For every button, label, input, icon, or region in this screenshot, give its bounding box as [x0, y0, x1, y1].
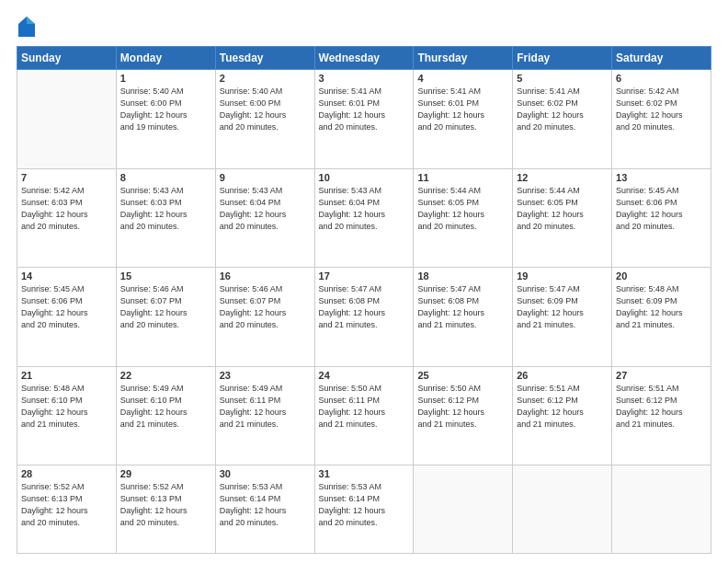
day-number: 27	[616, 370, 707, 381]
weekday-wednesday: Wednesday	[314, 47, 414, 70]
day-number: 20	[616, 270, 707, 282]
calendar-table: SundayMondayTuesdayWednesdayThursdayFrid…	[17, 46, 711, 554]
day-info: Sunrise: 5:52 AMSunset: 6:13 PMDaylight:…	[21, 481, 112, 529]
day-info: Sunrise: 5:43 AMSunset: 6:03 PMDaylight:…	[120, 185, 211, 233]
svg-marker-1	[27, 17, 35, 24]
day-number: 18	[417, 270, 508, 282]
calendar-cell: 11Sunrise: 5:44 AMSunset: 6:05 PMDayligh…	[414, 168, 513, 268]
day-info: Sunrise: 5:47 AMSunset: 6:09 PMDaylight:…	[517, 283, 608, 331]
day-number: 4	[417, 73, 508, 84]
calendar-cell: 27Sunrise: 5:51 AMSunset: 6:12 PMDayligh…	[612, 366, 711, 465]
day-info: Sunrise: 5:45 AMSunset: 6:06 PMDaylight:…	[616, 185, 707, 233]
calendar-cell: 19Sunrise: 5:47 AMSunset: 6:09 PMDayligh…	[513, 268, 612, 367]
day-number: 14	[21, 270, 112, 282]
calendar-cell: 21Sunrise: 5:48 AMSunset: 6:10 PMDayligh…	[17, 366, 117, 465]
day-info: Sunrise: 5:49 AMSunset: 6:10 PMDaylight:…	[120, 383, 211, 431]
header	[17, 17, 711, 37]
day-number: 13	[616, 172, 707, 183]
day-info: Sunrise: 5:50 AMSunset: 6:12 PMDaylight:…	[417, 383, 508, 431]
calendar-cell: 20Sunrise: 5:48 AMSunset: 6:09 PMDayligh…	[612, 268, 711, 367]
weekday-tuesday: Tuesday	[215, 47, 314, 70]
day-info: Sunrise: 5:46 AMSunset: 6:07 PMDaylight:…	[120, 283, 211, 331]
day-info: Sunrise: 5:45 AMSunset: 6:06 PMDaylight:…	[21, 283, 112, 331]
calendar-cell: 10Sunrise: 5:43 AMSunset: 6:04 PMDayligh…	[314, 168, 414, 268]
day-info: Sunrise: 5:52 AMSunset: 6:13 PMDaylight:…	[120, 481, 211, 529]
calendar-cell: 5Sunrise: 5:41 AMSunset: 6:02 PMDaylight…	[513, 70, 612, 169]
day-info: Sunrise: 5:40 AMSunset: 6:00 PMDaylight:…	[220, 86, 311, 133]
calendar-cell: 23Sunrise: 5:49 AMSunset: 6:11 PMDayligh…	[215, 366, 314, 465]
day-info: Sunrise: 5:43 AMSunset: 6:04 PMDaylight:…	[220, 185, 311, 233]
calendar-cell	[612, 465, 711, 554]
day-number: 2	[220, 73, 311, 84]
calendar-cell: 12Sunrise: 5:44 AMSunset: 6:05 PMDayligh…	[513, 168, 612, 268]
week-row-3: 14Sunrise: 5:45 AMSunset: 6:06 PMDayligh…	[17, 268, 711, 367]
day-number: 31	[319, 468, 410, 479]
calendar-cell: 4Sunrise: 5:41 AMSunset: 6:01 PMDaylight…	[414, 70, 513, 169]
logo	[17, 17, 39, 37]
day-number: 7	[21, 172, 112, 183]
calendar-cell: 3Sunrise: 5:41 AMSunset: 6:01 PMDaylight…	[314, 70, 414, 169]
day-number: 23	[220, 370, 311, 381]
day-number: 8	[120, 172, 211, 183]
day-number: 10	[319, 172, 410, 183]
calendar-cell: 22Sunrise: 5:49 AMSunset: 6:10 PMDayligh…	[116, 366, 215, 465]
day-number: 5	[517, 73, 608, 84]
calendar-cell: 15Sunrise: 5:46 AMSunset: 6:07 PMDayligh…	[116, 268, 215, 367]
day-info: Sunrise: 5:53 AMSunset: 6:14 PMDaylight:…	[220, 481, 311, 529]
day-number: 6	[616, 73, 707, 84]
day-number: 3	[319, 73, 410, 84]
day-info: Sunrise: 5:48 AMSunset: 6:09 PMDaylight:…	[616, 283, 707, 331]
day-number: 22	[120, 370, 211, 381]
day-info: Sunrise: 5:42 AMSunset: 6:03 PMDaylight:…	[21, 185, 112, 233]
calendar-cell: 2Sunrise: 5:40 AMSunset: 6:00 PMDaylight…	[215, 70, 314, 169]
calendar-cell: 31Sunrise: 5:53 AMSunset: 6:14 PMDayligh…	[314, 465, 414, 554]
day-info: Sunrise: 5:43 AMSunset: 6:04 PMDaylight:…	[319, 185, 410, 233]
day-number: 19	[517, 270, 608, 282]
weekday-friday: Friday	[513, 47, 612, 70]
calendar-cell: 8Sunrise: 5:43 AMSunset: 6:03 PMDaylight…	[116, 168, 215, 268]
logo-icon	[18, 17, 35, 37]
weekday-sunday: Sunday	[17, 47, 117, 70]
calendar-cell: 14Sunrise: 5:45 AMSunset: 6:06 PMDayligh…	[17, 268, 117, 367]
weekday-saturday: Saturday	[612, 47, 711, 70]
day-info: Sunrise: 5:44 AMSunset: 6:05 PMDaylight:…	[517, 185, 608, 233]
day-info: Sunrise: 5:53 AMSunset: 6:14 PMDaylight:…	[319, 481, 410, 529]
calendar-cell: 17Sunrise: 5:47 AMSunset: 6:08 PMDayligh…	[314, 268, 414, 367]
day-info: Sunrise: 5:50 AMSunset: 6:11 PMDaylight:…	[319, 383, 410, 431]
week-row-5: 28Sunrise: 5:52 AMSunset: 6:13 PMDayligh…	[17, 465, 711, 554]
day-info: Sunrise: 5:49 AMSunset: 6:11 PMDaylight:…	[220, 383, 311, 431]
day-number: 25	[417, 370, 508, 381]
calendar-cell: 28Sunrise: 5:52 AMSunset: 6:13 PMDayligh…	[17, 465, 117, 554]
day-number: 26	[517, 370, 608, 381]
calendar-cell: 25Sunrise: 5:50 AMSunset: 6:12 PMDayligh…	[414, 366, 513, 465]
calendar-cell	[513, 465, 612, 554]
day-number: 11	[417, 172, 508, 183]
calendar-cell: 1Sunrise: 5:40 AMSunset: 6:00 PMDaylight…	[116, 70, 215, 169]
day-number: 12	[517, 172, 608, 183]
week-row-1: 1Sunrise: 5:40 AMSunset: 6:00 PMDaylight…	[17, 70, 711, 169]
day-info: Sunrise: 5:47 AMSunset: 6:08 PMDaylight:…	[417, 283, 508, 331]
day-info: Sunrise: 5:48 AMSunset: 6:10 PMDaylight:…	[21, 383, 112, 431]
day-number: 16	[220, 270, 311, 282]
day-number: 17	[319, 270, 410, 282]
calendar-cell: 26Sunrise: 5:51 AMSunset: 6:12 PMDayligh…	[513, 366, 612, 465]
week-row-2: 7Sunrise: 5:42 AMSunset: 6:03 PMDaylight…	[17, 168, 711, 268]
day-info: Sunrise: 5:51 AMSunset: 6:12 PMDaylight:…	[517, 383, 608, 431]
calendar-cell: 29Sunrise: 5:52 AMSunset: 6:13 PMDayligh…	[116, 465, 215, 554]
calendar-cell	[414, 465, 513, 554]
day-number: 29	[120, 468, 211, 479]
day-info: Sunrise: 5:41 AMSunset: 6:01 PMDaylight:…	[417, 86, 508, 133]
day-number: 21	[21, 370, 112, 381]
day-info: Sunrise: 5:41 AMSunset: 6:02 PMDaylight:…	[517, 86, 608, 133]
weekday-monday: Monday	[116, 47, 215, 70]
calendar-cell: 24Sunrise: 5:50 AMSunset: 6:11 PMDayligh…	[314, 366, 414, 465]
calendar-cell: 13Sunrise: 5:45 AMSunset: 6:06 PMDayligh…	[612, 168, 711, 268]
page: SundayMondayTuesdayWednesdayThursdayFrid…	[0, 0, 728, 563]
week-row-4: 21Sunrise: 5:48 AMSunset: 6:10 PMDayligh…	[17, 366, 711, 465]
day-info: Sunrise: 5:42 AMSunset: 6:02 PMDaylight:…	[616, 86, 707, 133]
calendar-cell	[17, 70, 117, 169]
weekday-header-row: SundayMondayTuesdayWednesdayThursdayFrid…	[17, 47, 711, 70]
calendar-cell: 7Sunrise: 5:42 AMSunset: 6:03 PMDaylight…	[17, 168, 117, 268]
day-number: 1	[120, 73, 211, 84]
day-info: Sunrise: 5:46 AMSunset: 6:07 PMDaylight:…	[220, 283, 311, 331]
